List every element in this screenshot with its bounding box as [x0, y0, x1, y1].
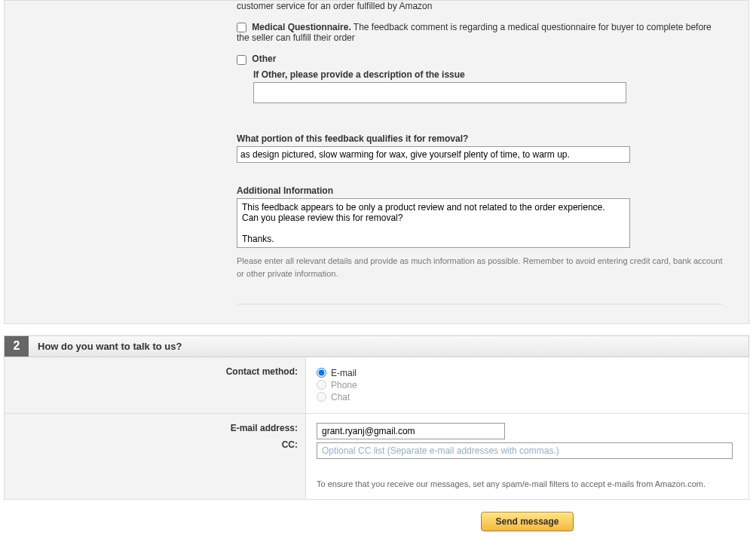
section-2-header: 2 How do you want to talk to us?	[4, 335, 749, 357]
contact-method-options: E-mail Phone Chat	[306, 357, 748, 413]
contact-method-label: Contact method:	[5, 357, 306, 413]
medical-checkbox[interactable]	[237, 23, 246, 32]
send-message-button[interactable]: Send message	[481, 512, 573, 531]
qualifies-input[interactable]	[237, 146, 630, 163]
section-2-panel: Contact method: E-mail Phone Chat E-mail…	[4, 357, 749, 500]
additional-label: Additional Information	[237, 185, 726, 196]
other-description-input[interactable]	[253, 82, 626, 103]
medical-checkbox-row: Medical Questionnaire. The feedback comm…	[237, 22, 726, 43]
other-sublabel: If Other, please provide a description o…	[253, 69, 726, 80]
contact-method-row: Contact method: E-mail Phone Chat	[5, 357, 748, 414]
section-divider	[237, 304, 723, 304]
fba-desc: customer service for an order fulfilled …	[237, 1, 432, 11]
radio-chat-label: Chat	[331, 392, 350, 402]
email-row: E-mail address: CC: To ensure that you r…	[5, 414, 748, 499]
radio-email-label: E-mail	[331, 368, 357, 378]
radio-phone-label: Phone	[331, 380, 357, 390]
email-label-cell: E-mail address: CC:	[5, 414, 306, 499]
additional-helper: Please enter all relevant details and pr…	[237, 255, 726, 281]
fba-desc-fragment: customer service for an order fulfilled …	[237, 1, 726, 11]
cc-input[interactable]	[317, 442, 733, 459]
additional-textarea[interactable]	[237, 198, 630, 248]
radio-phone	[317, 380, 326, 390]
radio-chat-row: Chat	[317, 392, 733, 402]
other-checkbox-row: Other	[237, 54, 726, 64]
email-note: To ensure that you receive our messages,…	[317, 479, 733, 490]
cc-label: CC:	[5, 439, 298, 450]
additional-field: Additional Information Please enter all …	[237, 185, 726, 281]
qualifies-label: What portion of this feedback qualifies …	[237, 133, 726, 144]
email-label: E-mail address:	[5, 423, 298, 433]
section-2-number: 2	[5, 336, 29, 357]
email-value-cell: To ensure that you receive our messages,…	[306, 414, 748, 499]
spacer	[0, 324, 753, 335]
other-checkbox[interactable]	[237, 55, 246, 65]
radio-email-row: E-mail	[317, 368, 733, 378]
section-2-title: How do you want to talk to us?	[29, 336, 748, 357]
radio-email[interactable]	[317, 368, 326, 378]
email-input[interactable]	[317, 423, 505, 439]
other-subfield: If Other, please provide a description o…	[253, 69, 726, 103]
section-1-panel: customer service for an order fulfilled …	[4, 0, 749, 324]
medical-label: Medical Questionnaire.	[252, 22, 350, 32]
radio-phone-row: Phone	[317, 380, 733, 390]
send-button-container: Send message	[302, 512, 753, 531]
section-1-content: customer service for an order fulfilled …	[237, 1, 748, 304]
radio-chat	[317, 392, 326, 402]
other-label: Other	[252, 54, 276, 64]
qualifies-field: What portion of this feedback qualifies …	[237, 133, 726, 163]
